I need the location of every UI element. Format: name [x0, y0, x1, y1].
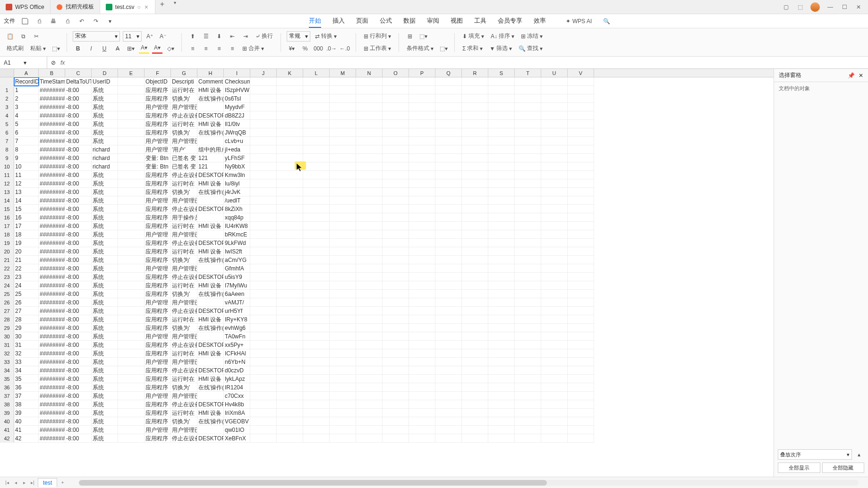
fill-color-button[interactable]: A▾: [139, 43, 149, 54]
cell[interactable]: urH5Yf: [224, 307, 250, 315]
cell[interactable]: 系统: [92, 341, 118, 349]
close-icon[interactable]: ×: [144, 4, 149, 10]
column-header-V[interactable]: V: [568, 69, 594, 77]
cell[interactable]: [356, 137, 383, 145]
cell[interactable]: 用户管理: [145, 196, 171, 205]
cell[interactable]: DESKTOP-: [197, 307, 224, 315]
cell[interactable]: -8:00: [65, 162, 92, 171]
row-header[interactable]: 23: [0, 273, 14, 281]
cell[interactable]: 停止在设备: [171, 205, 197, 213]
cell[interactable]: [118, 137, 145, 145]
cell[interactable]: 应用程序: [145, 120, 171, 128]
cell[interactable]: 用户管理已成功导入.: [171, 358, 197, 366]
cell[interactable]: [462, 179, 488, 188]
cell[interactable]: [303, 392, 330, 400]
cell[interactable]: [409, 349, 435, 358]
column-header-O[interactable]: O: [383, 69, 409, 77]
menu-member[interactable]: 会员专享: [498, 15, 522, 28]
cell[interactable]: [330, 366, 356, 375]
cell[interactable]: [118, 222, 145, 230]
strikethrough-button[interactable]: A̶: [112, 43, 123, 54]
cell[interactable]: [462, 273, 488, 281]
row-header[interactable]: 38: [0, 400, 14, 409]
cell[interactable]: 121: [197, 162, 224, 171]
cell[interactable]: 用户管理: [145, 230, 171, 239]
cell[interactable]: [515, 341, 541, 349]
cell[interactable]: [568, 205, 594, 213]
cell[interactable]: [568, 171, 594, 179]
cell[interactable]: [330, 273, 356, 281]
cell[interactable]: [568, 137, 594, 145]
font-color-button[interactable]: A▾: [152, 43, 162, 54]
cell[interactable]: [568, 417, 594, 426]
first-sheet-icon[interactable]: |◂: [4, 480, 10, 486]
cell[interactable]: 30: [14, 332, 39, 341]
cell[interactable]: [435, 290, 462, 298]
row-header[interactable]: 17: [0, 222, 14, 230]
cell[interactable]: [118, 273, 145, 281]
cell[interactable]: [118, 417, 145, 426]
cell[interactable]: 已签名 变: [171, 154, 197, 162]
cell[interactable]: [515, 230, 541, 239]
cell[interactable]: [568, 392, 594, 400]
cell[interactable]: [462, 375, 488, 383]
border-button[interactable]: ⊞▾: [126, 43, 136, 54]
cell[interactable]: ########: [39, 332, 65, 341]
cell[interactable]: ########: [39, 375, 65, 383]
cell[interactable]: 应用程序: [145, 383, 171, 392]
cell[interactable]: [515, 179, 541, 188]
cell[interactable]: [462, 128, 488, 137]
cell[interactable]: 36: [14, 383, 39, 392]
clipboard-icon[interactable]: 📋: [5, 31, 15, 42]
increase-font-icon[interactable]: A⁺: [145, 31, 155, 42]
cell[interactable]: [118, 264, 145, 273]
cell[interactable]: IR1204: [224, 383, 250, 392]
cell[interactable]: [568, 94, 594, 103]
cell[interactable]: [541, 205, 568, 213]
row-header[interactable]: 9: [0, 154, 14, 162]
cell[interactable]: [356, 111, 383, 120]
cell[interactable]: [356, 290, 383, 298]
cell[interactable]: Comment: [197, 77, 224, 86]
cell[interactable]: [330, 145, 356, 154]
cell[interactable]: [409, 324, 435, 332]
cell[interactable]: '用户': [171, 145, 197, 154]
cell[interactable]: [515, 162, 541, 171]
cell[interactable]: ########: [39, 290, 65, 298]
cell[interactable]: [250, 77, 277, 86]
italic-button[interactable]: I: [86, 43, 96, 54]
cell[interactable]: 系统: [92, 86, 118, 94]
cell[interactable]: [435, 324, 462, 332]
cell[interactable]: [515, 417, 541, 426]
menu-review[interactable]: 审阅: [427, 15, 439, 28]
cell[interactable]: [435, 426, 462, 434]
last-sheet-icon[interactable]: ▸|: [29, 480, 36, 486]
cell[interactable]: [330, 281, 356, 290]
cell[interactable]: -8:00: [65, 264, 92, 273]
cell[interactable]: -8:00: [65, 222, 92, 230]
file-menu[interactable]: 文件: [4, 17, 15, 25]
cell[interactable]: [330, 264, 356, 273]
cell[interactable]: [330, 383, 356, 392]
cell[interactable]: [383, 179, 409, 188]
percent-icon[interactable]: %: [300, 43, 310, 54]
cell[interactable]: HMI 设备: [197, 222, 224, 230]
cell[interactable]: 用户管理已成功导入.: [171, 196, 197, 205]
cell[interactable]: [277, 307, 303, 315]
cell[interactable]: [303, 145, 330, 154]
cell[interactable]: 系统: [92, 375, 118, 383]
cell[interactable]: [330, 230, 356, 239]
cell[interactable]: [568, 196, 594, 205]
cell[interactable]: [568, 111, 594, 120]
cell[interactable]: [303, 162, 330, 171]
cell[interactable]: [488, 247, 515, 256]
menu-tools[interactable]: 工具: [474, 15, 486, 28]
cell[interactable]: [250, 188, 277, 196]
fx-icon[interactable]: fx: [60, 59, 65, 66]
cell[interactable]: [409, 222, 435, 230]
cell[interactable]: [462, 111, 488, 120]
cell[interactable]: [277, 171, 303, 179]
cell[interactable]: [383, 392, 409, 400]
cell[interactable]: 在线'操作(: [197, 417, 224, 426]
row-header[interactable]: 22: [0, 264, 14, 273]
